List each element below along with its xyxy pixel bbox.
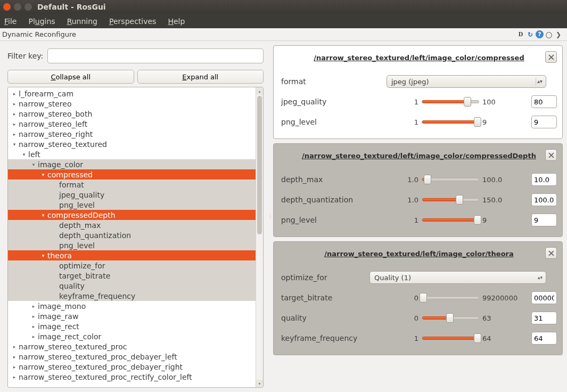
tree-row[interactable]: depth_quantization [8,230,263,240]
window-title: Default - RosGui [37,3,106,11]
tree-label: theora [47,251,72,260]
dock-header: Dynamic Reconfigure D ↻ ? ○ ❯ [0,28,567,41]
tree-row[interactable]: ▾left [8,149,263,159]
tree-row[interactable]: ▸image_rect_color [8,331,263,341]
jpeg-quality-slider[interactable] [422,100,479,103]
tree-row[interactable]: ▾narrow_stereo_textured [8,139,263,149]
dock-title: Dynamic Reconfigure [2,30,76,38]
maximize-icon[interactable] [24,3,32,11]
tree-row[interactable]: target_bitrate [8,271,263,281]
tree-row[interactable]: png_level [8,200,263,210]
help-icon[interactable]: ? [536,30,544,38]
tree-label: format [59,181,84,189]
tree-label: image_rect [38,322,79,331]
menu-perspectives[interactable]: Perspectives [109,17,156,26]
tree-scrollbar[interactable]: ▴ ▾ [256,87,263,387]
cd-png-slider[interactable] [422,218,479,222]
tree-row[interactable]: quality [8,281,263,291]
chevron-down-icon: ▾ [40,172,46,177]
param-label-format: format [281,77,361,86]
menu-plugins[interactable]: Plugins [28,17,55,26]
bitrate-input[interactable] [531,291,557,304]
keyframe-slider[interactable] [422,337,479,340]
chevron-right-icon: ▸ [30,314,37,319]
bitrate-slider[interactable] [422,296,479,299]
chevron-right-icon: ▸ [11,344,18,349]
collapse-all-button[interactable]: Collapse all [7,70,134,84]
tree-label: narrow_stereo_textured [19,140,107,149]
window-titlebar: Default - RosGui [0,0,567,14]
tree-label: image_raw [38,312,78,321]
tree-row[interactable]: ▸l_forearm_cam [8,88,263,99]
tree-row[interactable]: ▸narrow_stereo_textured_proc_rectify_col… [8,372,263,382]
splitter[interactable] [269,41,272,392]
chevron-right-icon: ▸ [11,132,18,137]
tree-row[interactable]: keyframe_frequency [8,291,263,301]
jpeg-quality-input[interactable] [531,95,557,108]
tree-label: image_rect_color [38,332,101,341]
depth-quant-slider[interactable] [422,198,479,201]
tree-row[interactable]: ▾image_color [8,159,263,169]
format-combo[interactable]: jpeg (jpeg) ▴▾ [387,75,546,88]
depth-max-slider[interactable] [422,178,479,181]
tree-row[interactable]: ▸narrow_stereo_left [8,119,263,129]
depth-max-input[interactable] [531,173,557,186]
close-icon[interactable] [3,3,11,11]
filter-input[interactable] [47,48,264,63]
tree-row[interactable]: format [8,179,263,190]
panel-close-button[interactable] [545,247,557,259]
minimize-icon[interactable] [14,3,21,11]
tree-row[interactable]: ▸image_raw [8,311,263,321]
panel-close-button[interactable] [545,51,557,63]
menu-file[interactable]: File [4,17,17,26]
tree-label: narrow_stereo_textured_proc_debayer_left [19,353,177,361]
menu-running[interactable]: Running [67,17,97,26]
chevron-down-icon: ▾ [30,162,37,167]
tree-row[interactable]: jpeg_quality [8,190,263,200]
quality-input[interactable] [531,312,557,324]
chevron-right-icon: ▸ [11,374,18,380]
panel-close-button[interactable] [545,149,557,161]
depth-quant-input[interactable] [531,193,557,206]
settings-icon[interactable]: ○ [545,30,553,39]
tree-row[interactable]: ▸narrow_stereo_textured_proc_debayer_rig… [8,362,263,372]
tree-label: narrow_stereo [19,100,71,108]
chevron-right-icon: ▸ [30,304,37,309]
panel-theora: /narrow_stereo_textured/left/image_color… [273,241,563,355]
tree-row[interactable]: ▾theora [8,250,263,260]
reload-icon[interactable]: ↻ [526,30,535,39]
tree-row[interactable]: ▸narrow_stereo [8,99,263,109]
chevron-right-icon: ▸ [30,334,37,339]
tree-label: left [28,150,40,159]
tree-view[interactable]: ▸l_forearm_cam▸narrow_stereo▸narrow_ster… [7,87,264,388]
cd-png-input[interactable] [531,214,557,226]
expand-all-button[interactable]: Expand all [137,70,264,84]
tree-label: quality [59,282,85,290]
tree-row[interactable]: depth_max [8,220,263,230]
tree-label: keyframe_frequency [59,292,135,300]
png-level-input[interactable] [531,116,557,128]
png-level-slider[interactable] [422,120,479,124]
tree-label: narrow_stereo_left [19,120,87,128]
menu-help[interactable]: Help [168,17,185,26]
optimize-for-combo[interactable]: Quality (1) ▴▾ [369,271,546,284]
tree-row[interactable]: ▸image_mono [8,301,263,311]
tree-row[interactable]: optimize_for [8,260,263,271]
tree-row[interactable]: png_level [8,240,263,250]
tree-label: narrow_stereo_right [19,130,93,138]
tree-row[interactable]: ▸narrow_stereo_right [8,129,263,139]
undock-icon[interactable]: ❯ [554,30,563,39]
tree-row[interactable]: ▸image_rect [8,321,263,331]
tree-row[interactable]: ▾compressedDepth [8,210,263,220]
chevron-down-icon: ▾ [21,152,27,157]
quality-slider[interactable] [422,316,479,320]
tree-label: narrow_stereo_textured_proc_rectify_colo… [19,373,192,381]
tree-row[interactable]: ▸narrow_stereo_both [8,109,263,119]
dock-d-icon[interactable]: D [516,30,525,39]
tree-row[interactable]: ▸narrow_stereo_textured_proc [8,341,263,352]
tree-row[interactable]: ▾compressed [8,169,263,179]
tree-row[interactable]: ▸narrow_stereo_textured_proc_debayer_lef… [8,352,263,362]
keyframe-input[interactable] [531,332,557,345]
param-jpeg-quality: jpeg_quality 1 100 [281,92,557,112]
chevron-right-icon: ▸ [11,111,18,117]
